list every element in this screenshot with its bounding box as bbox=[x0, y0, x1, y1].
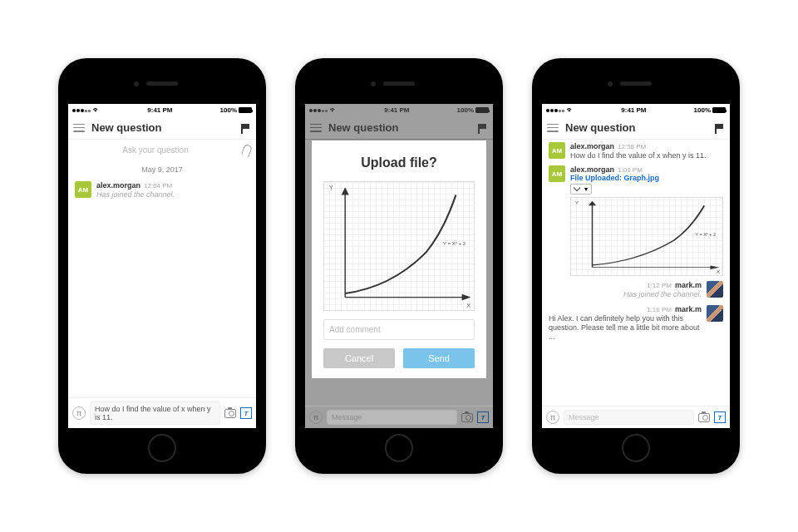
username[interactable]: mark.m bbox=[675, 281, 702, 289]
signal-icon: ᯤ bbox=[546, 106, 574, 114]
page-title: New question bbox=[91, 121, 234, 134]
camera-icon[interactable] bbox=[698, 413, 710, 422]
message-file: AM alex.morgan1:08 PM File Uploaded: Gra… bbox=[542, 163, 730, 278]
status-bar: ᯤ 9:41 PM 100% bbox=[542, 104, 730, 116]
timestamp: 1:12 PM bbox=[647, 282, 672, 289]
pi-icon: π bbox=[309, 411, 323, 424]
comment-input[interactable]: Add comment bbox=[323, 319, 475, 340]
message-joined: 1:12 PMmark.m Has joined the channel. bbox=[542, 278, 730, 302]
status-time: 9:41 PM bbox=[147, 106, 172, 114]
message-text: How do I find the value of x when y is 1… bbox=[570, 151, 723, 160]
phone-mockup-3: ᯤ 9:41 PM 100% New question AM alex.morg… bbox=[532, 58, 740, 474]
username[interactable]: mark.m bbox=[675, 305, 702, 313]
username[interactable]: alex.morgan bbox=[570, 142, 614, 150]
date-separator: May 9, 2017 bbox=[68, 160, 256, 179]
message-input[interactable]: Message bbox=[564, 410, 694, 425]
tutor-icon: T bbox=[477, 411, 489, 423]
timestamp: 12:04 PM bbox=[144, 182, 172, 190]
paperclip-icon[interactable] bbox=[241, 143, 253, 157]
svg-marker-6 bbox=[589, 201, 596, 206]
timestamp: 12:58 PM bbox=[618, 143, 646, 150]
timestamp: 1:16 PM bbox=[647, 306, 672, 313]
status-bar: ᯤ 9:41 PM 100% bbox=[68, 104, 256, 116]
download-button[interactable]: ▾ bbox=[570, 184, 592, 195]
message-text: Has joined the channel. bbox=[96, 190, 249, 200]
menu-icon[interactable] bbox=[547, 124, 559, 132]
cancel-button[interactable]: Cancel bbox=[323, 348, 395, 368]
camera-icon[interactable] bbox=[224, 409, 236, 418]
menu-icon[interactable] bbox=[73, 124, 85, 132]
message-input: Message bbox=[327, 410, 457, 425]
home-button[interactable] bbox=[622, 434, 650, 462]
battery-icon: 100% bbox=[694, 106, 726, 114]
avatar[interactable] bbox=[707, 305, 723, 322]
home-button[interactable] bbox=[148, 434, 176, 462]
message-input-bar: π Message T bbox=[305, 406, 493, 428]
page-title: New question bbox=[565, 121, 708, 134]
graph-annotation: Y = X² + 2 bbox=[695, 232, 716, 237]
message-input-bar: π How do I find the value of x when y is… bbox=[68, 397, 256, 428]
avatar[interactable]: AM bbox=[549, 165, 565, 182]
app-header: New question bbox=[542, 116, 730, 140]
timestamp: 1:08 PM bbox=[618, 166, 643, 174]
graph-annotation: Y = X² + 2 bbox=[443, 241, 466, 246]
file-upload-link[interactable]: File Uploaded: Graph.jpg bbox=[570, 174, 723, 182]
phone-mockup-1: ᯤ 9:41 PM 100% New question Ask your que… bbox=[58, 58, 266, 474]
message: 1:16 PMmark.m Hi Alex. I can definitely … bbox=[542, 303, 730, 345]
camera-icon bbox=[461, 413, 473, 422]
phone-mockup-2: ᯤ 9:41 PM 100% New question Upload file?… bbox=[295, 58, 503, 474]
tutor-icon[interactable]: T bbox=[714, 411, 726, 423]
flag-icon[interactable] bbox=[241, 124, 251, 132]
avatar[interactable]: AM bbox=[549, 142, 565, 159]
send-button[interactable]: Send bbox=[403, 348, 475, 368]
message-text: Has joined the channel. bbox=[549, 290, 702, 299]
battery-icon: 100% bbox=[220, 106, 252, 114]
modal-title: Upload file? bbox=[323, 155, 475, 170]
signal-icon: ᯤ bbox=[72, 106, 100, 114]
message: AM alex.morgan12:58 PM How do I find the… bbox=[542, 140, 730, 163]
pi-icon[interactable]: π bbox=[72, 406, 86, 420]
status-time: 9:41 PM bbox=[621, 106, 646, 114]
avatar[interactable]: AM bbox=[75, 181, 91, 198]
graph-preview: Y X Y = X² + 2 bbox=[323, 181, 475, 311]
ask-question-placeholder[interactable]: Ask your question bbox=[73, 142, 238, 158]
message-text: Hi Alex. I can definitely help you with … bbox=[549, 314, 702, 342]
message-input-bar: π Message T bbox=[542, 406, 730, 428]
graph-attachment[interactable]: Y X Y = X² + 2 bbox=[570, 197, 723, 276]
message-joined: AM alex.morgan12:04 PM Has joined the ch… bbox=[68, 179, 256, 202]
avatar[interactable] bbox=[707, 281, 723, 298]
username[interactable]: alex.morgan bbox=[570, 165, 614, 174]
tutor-icon[interactable]: T bbox=[240, 407, 252, 419]
username[interactable]: alex.morgan bbox=[96, 181, 140, 190]
ask-bar: Ask your question bbox=[68, 140, 256, 160]
upload-modal: Upload file? Y X Y = X² + 2 Add comment … bbox=[312, 140, 486, 378]
pi-icon[interactable]: π bbox=[546, 411, 559, 424]
app-header: New question bbox=[68, 116, 256, 140]
svg-marker-3 bbox=[462, 294, 471, 301]
svg-marker-2 bbox=[342, 187, 349, 195]
flag-icon[interactable] bbox=[715, 124, 725, 132]
message-input[interactable]: How do I find the value of x when y is 1… bbox=[90, 401, 220, 425]
home-button[interactable] bbox=[385, 434, 413, 462]
